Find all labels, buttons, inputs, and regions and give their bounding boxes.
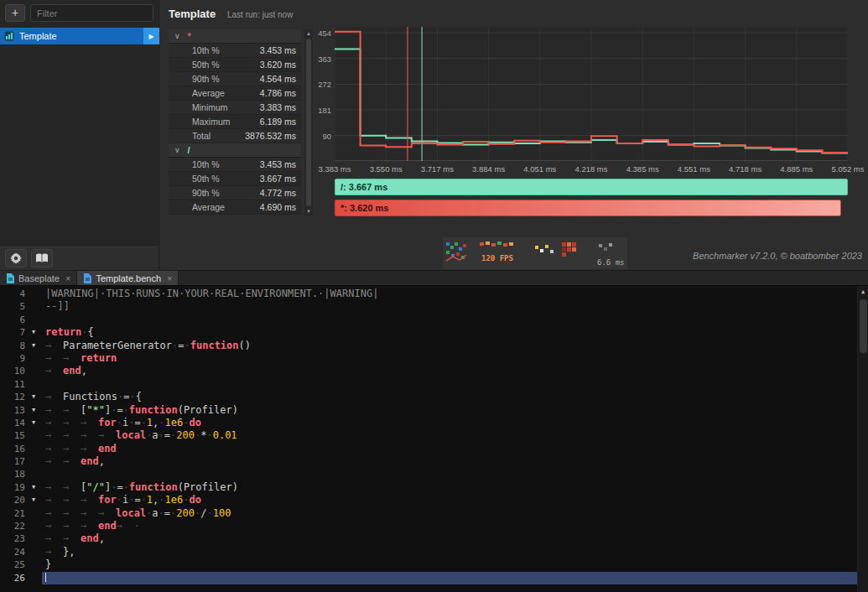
- code-token: ·: [206, 507, 212, 519]
- code-line[interactable]: 24→},: [0, 546, 857, 558]
- x-axis-label: 4.551 ms: [678, 164, 710, 174]
- code-token: a: [152, 429, 158, 441]
- stat-row: 50th %3.620 ms: [169, 58, 301, 72]
- line-number: 14: [0, 417, 25, 429]
- docs-button[interactable]: [31, 249, 53, 267]
- code-token: "*": [86, 404, 105, 416]
- y-axis-label: 272: [318, 80, 331, 89]
- code-line[interactable]: 8▼→ParameterGenerator·=·function(): [0, 340, 857, 352]
- add-benchmark-button[interactable]: +: [5, 4, 25, 22]
- code-line[interactable]: 16→→→end: [0, 443, 857, 455]
- code-line[interactable]: 18: [0, 468, 857, 480]
- code-line[interactable]: 20▼→→→for·i·=·1,·1e6·do: [0, 494, 857, 506]
- code-token: ParameterGenerator: [63, 340, 172, 351]
- stat-label: 50th %: [192, 60, 260, 70]
- code-token: →: [63, 494, 81, 506]
- benchmark-list-item[interactable]: Template ▶: [0, 28, 159, 44]
- scrollbar-thumb[interactable]: [306, 39, 311, 206]
- code-token: for: [98, 417, 117, 428]
- code-token: →: [81, 417, 98, 429]
- code-token: →: [98, 507, 116, 520]
- scrollbar-thumb[interactable]: [860, 299, 867, 353]
- line-number: 7: [0, 326, 25, 339]
- code-token: |WARNING|·THIS·RUNS·IN·YOUR·REAL·ENVIRON…: [45, 288, 378, 299]
- code-line[interactable]: 26: [0, 572, 857, 584]
- fold-arrow-icon[interactable]: ▼: [25, 340, 42, 352]
- fold-arrow-icon[interactable]: ▼: [25, 417, 42, 429]
- code-line[interactable]: 15→→→→local·a·=·200·*·0.01: [0, 429, 857, 442]
- fold-arrow-icon[interactable]: ▼: [25, 326, 42, 339]
- code-token: a: [152, 507, 158, 519]
- code-line[interactable]: 6: [0, 314, 857, 326]
- line-number: 10: [0, 365, 25, 377]
- stat-row: Average4.690 ms: [169, 200, 301, 215]
- code-line[interactable]: 5--]]: [0, 300, 857, 313]
- gear-icon: [10, 252, 22, 264]
- code-area[interactable]: 4|WARNING|·THIS·RUNS·IN·YOUR·REAL·ENVIRO…: [0, 288, 857, 584]
- x-axis-label: 4.051 ms: [523, 164, 556, 174]
- fold-arrow-icon[interactable]: ▼: [25, 404, 42, 417]
- code-token: (Profiler): [178, 404, 238, 416]
- stat-section-header[interactable]: ∨/: [169, 143, 301, 158]
- code-text: →→end,: [42, 532, 857, 545]
- benchmark-icon: [4, 31, 14, 41]
- stat-value: 3.383 ms: [260, 102, 296, 112]
- sprite-ms: 6.6 ms: [597, 243, 625, 267]
- fold-arrow-icon[interactable]: ▼: [25, 391, 42, 403]
- code-text: →end,: [42, 365, 857, 377]
- code-text: }: [42, 558, 857, 571]
- code-line[interactable]: 12▼→Functions·=·{: [0, 391, 857, 403]
- editor-scrollbar[interactable]: ▲: [857, 286, 868, 592]
- fold-arrow-icon[interactable]: ▼: [25, 481, 42, 494]
- scroll-up-icon[interactable]: ▲: [858, 286, 868, 295]
- tab-close-icon[interactable]: ×: [167, 273, 172, 283]
- code-token: 200: [176, 429, 195, 441]
- code-line[interactable]: 25}: [0, 558, 857, 571]
- fold-gutter: [25, 455, 42, 468]
- tab-close-icon[interactable]: ×: [65, 273, 70, 283]
- code-text: return·{: [42, 326, 857, 339]
- line-number: 25: [0, 558, 25, 571]
- script-editor[interactable]: 4|WARNING|·THIS·RUNS·IN·YOUR·REAL·ENVIRO…: [0, 286, 868, 592]
- stat-value: 6.189 ms: [260, 117, 296, 127]
- code-line[interactable]: 10→end,: [0, 365, 857, 377]
- code-token: =: [134, 417, 140, 428]
- code-line[interactable]: 14▼→→→for·i·=·1,·1e6·do: [0, 417, 857, 429]
- code-line[interactable]: 4|WARNING|·THIS·RUNS·IN·YOUR·REAL·ENVIRO…: [0, 288, 857, 300]
- code-line[interactable]: 17→→end,: [0, 455, 857, 468]
- results-title: Template: [169, 8, 216, 20]
- scroll-up-icon[interactable]: ▲: [306, 29, 311, 38]
- stat-value: 3876.532 ms: [245, 131, 296, 141]
- stats-scrollbar[interactable]: ▲ ▼: [304, 29, 313, 216]
- code-line[interactable]: 22→→→end→·: [0, 520, 857, 532]
- code-token: (Profiler): [178, 481, 238, 493]
- editor-tab[interactable]: Template.bench×: [77, 271, 179, 285]
- code-line[interactable]: 19▼→→["/"]·=·function(Profiler): [0, 481, 857, 494]
- code-token: {: [136, 391, 142, 402]
- code-line[interactable]: 11: [0, 378, 857, 391]
- stat-section-header[interactable]: ∨*: [169, 29, 301, 44]
- stat-label: Minimum: [192, 102, 260, 112]
- code-token: ·: [159, 494, 164, 506]
- code-token: ·: [159, 417, 164, 428]
- stat-row: Minimum3.383 ms: [169, 101, 301, 115]
- code-line[interactable]: 7▼return·{: [0, 326, 857, 339]
- code-text: →},: [42, 546, 857, 558]
- code-token: →: [98, 429, 116, 442]
- run-benchmark-button[interactable]: ▶: [143, 28, 159, 44]
- editor-tab[interactable]: Baseplate×: [0, 271, 77, 285]
- filter-input[interactable]: [30, 4, 153, 22]
- code-line[interactable]: 23→→end,: [0, 532, 857, 545]
- book-icon: [35, 253, 49, 263]
- code-line[interactable]: 13▼→→["*"]·=·function(Profiler): [0, 404, 857, 417]
- line-number: 9: [0, 352, 25, 365]
- code-token: ·: [117, 417, 122, 428]
- scroll-down-icon[interactable]: ▼: [306, 207, 311, 216]
- median-result-bar: *: 3.620 ms: [335, 200, 841, 216]
- fold-gutter: [25, 429, 42, 442]
- settings-button[interactable]: [5, 249, 27, 267]
- fold-arrow-icon[interactable]: ▼: [25, 494, 42, 506]
- frame-time-label: 6.6 ms: [597, 258, 625, 267]
- code-line[interactable]: 21→→→→local·a·=·200·/·100: [0, 507, 857, 520]
- code-line[interactable]: 9→→return: [0, 352, 857, 365]
